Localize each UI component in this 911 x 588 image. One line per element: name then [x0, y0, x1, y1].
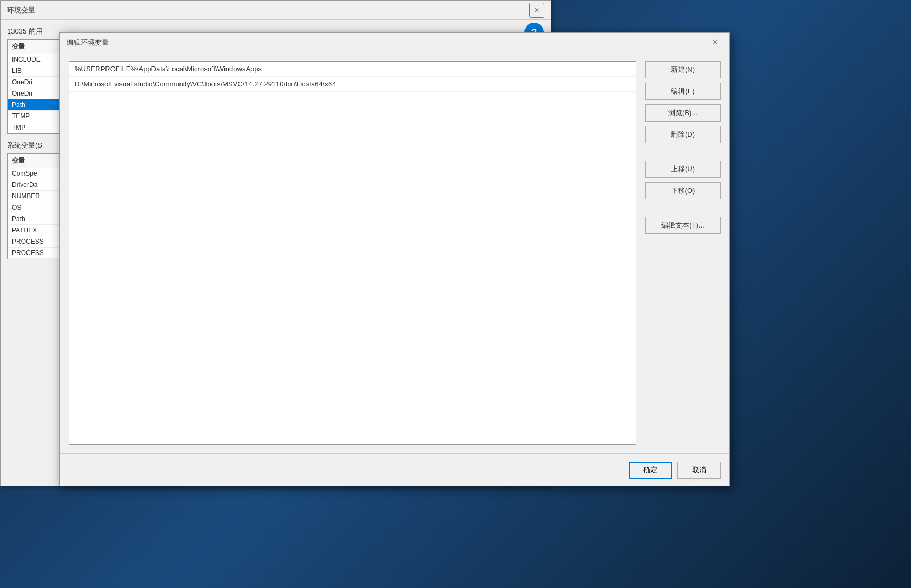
env-window-title: 环境变量 [7, 5, 35, 15]
edit-env-dialog: 编辑环境变量 × %USERPROFILE%\AppData\Local\Mic… [59, 32, 730, 486]
move-up-button[interactable]: 上移(U) [645, 161, 721, 178]
dialog-title: 编辑环境变量 [67, 38, 109, 48]
edit-text-button[interactable]: 编辑文本(T)... [645, 217, 721, 234]
delete-button[interactable]: 删除(D) [645, 126, 721, 143]
env-window-close-button[interactable]: × [529, 3, 544, 18]
edit-button[interactable]: 编辑(E) [645, 83, 721, 100]
dialog-body: %USERPROFILE%\AppData\Local\Microsoft\Wi… [60, 52, 729, 453]
buttons-spacer2 [645, 204, 721, 212]
path-list[interactable]: %USERPROFILE%\AppData\Local\Microsoft\Wi… [69, 61, 636, 445]
cancel-button[interactable]: 取消 [677, 462, 721, 479]
action-buttons-panel: 新建(N) 编辑(E) 浏览(B)... 删除(D) 上移(U) 下移(O) 编… [645, 61, 721, 445]
dialog-footer: 确定 取消 [60, 453, 729, 486]
browse-button[interactable]: 浏览(B)... [645, 104, 721, 122]
new-button[interactable]: 新建(N) [645, 61, 721, 78]
buttons-spacer1 [645, 148, 721, 156]
ok-button[interactable]: 确定 [629, 462, 672, 479]
dialog-titlebar: 编辑环境变量 × [60, 33, 729, 52]
dialog-close-button[interactable]: × [708, 35, 723, 50]
path-item-msvc[interactable]: D:\Microsoft visual studio\Community\VC\… [69, 77, 636, 92]
move-down-button[interactable]: 下移(O) [645, 182, 721, 199]
path-item-userprofile[interactable]: %USERPROFILE%\AppData\Local\Microsoft\Wi… [69, 62, 636, 77]
env-window-titlebar: 环境变量 × [1, 1, 551, 20]
